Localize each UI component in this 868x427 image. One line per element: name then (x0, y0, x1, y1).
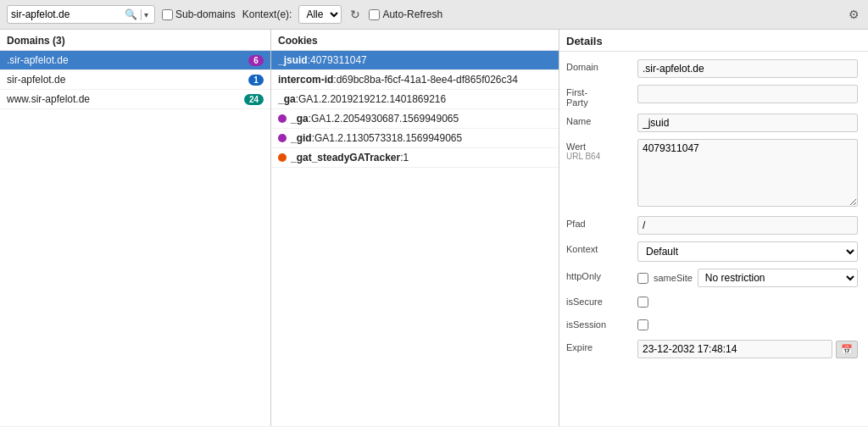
httponly-checkbox[interactable] (637, 273, 648, 284)
toolbar: 🔍 ▾ Sub-domains Kontext(e): Alle ↻ Auto-… (0, 0, 868, 30)
issecure-label: isSecure (566, 291, 634, 310)
domains-header: Domains (3) (0, 30, 270, 51)
search-container: 🔍 ▾ (7, 5, 155, 24)
cookie-name-5: _gat_steadyGATracker:1 (291, 152, 409, 164)
httponly-label: httpOnly (566, 266, 634, 285)
cookie-item-0[interactable]: _jsuid:4079311047 (271, 51, 559, 70)
httponly-samesite-container: sameSite No restriction Lax Strict (634, 266, 861, 290)
subdomains-checkbox-label[interactable]: Sub-domains (162, 8, 236, 20)
cookie-item-5[interactable]: _gat_steadyGATracker:1 (271, 148, 559, 168)
cookies-panel: Cookies _jsuid:4079311047 intercom-id:d6… (271, 30, 559, 426)
domain-item-1[interactable]: sir-apfelot.de 1 (0, 70, 270, 90)
details-header: Details (559, 30, 868, 52)
first-party-input[interactable] (637, 85, 858, 103)
kontext-detail-label: Kontext (566, 239, 634, 258)
expire-label: Expire (566, 337, 634, 356)
domain-badge-1: 1 (248, 75, 264, 86)
cookie-dot-5 (278, 153, 287, 162)
expire-value-container: 📅 (634, 337, 861, 361)
cookie-dot-4 (278, 134, 287, 142)
domain-item-0[interactable]: .sir-apfelot.de 6 (0, 51, 270, 70)
samesite-select[interactable]: No restriction Lax Strict (698, 269, 858, 287)
kontext-detail-select[interactable]: Default (637, 241, 858, 262)
cookie-dot-3 (278, 114, 287, 123)
issession-value-container (634, 314, 861, 336)
cookie-item-4[interactable]: _gid:GA1.2.1130573318.1569949065 (271, 129, 559, 148)
subdomains-checkbox[interactable] (162, 9, 173, 20)
domain-item-2[interactable]: www.sir-apfelot.de 24 (0, 90, 270, 109)
domain-value-container (634, 57, 861, 80)
kontext-detail-value-container: Default (634, 239, 861, 264)
cookie-item-3[interactable]: _ga:GA1.2.2054930687.1569949065 (271, 109, 559, 129)
domain-item-label-1: sir-apfelot.de (7, 74, 248, 86)
wrench-button[interactable]: ⚙ (847, 6, 861, 23)
issession-row (637, 317, 858, 333)
calendar-button[interactable]: 📅 (836, 341, 858, 358)
pfad-label: Pfad (566, 214, 634, 232)
cookie-name-3: _ga:GA1.2.2054930687.1569949065 (291, 113, 459, 125)
auto-refresh-checkbox-label[interactable]: Auto-Refresh (369, 8, 442, 20)
cookie-item-1[interactable]: intercom-id:d69bc8ba-f6cf-41a1-8ee4-df86… (271, 70, 559, 90)
first-party-value-container (634, 82, 861, 109)
auto-refresh-checkbox[interactable] (369, 9, 380, 20)
search-button[interactable]: 🔍 (123, 8, 139, 21)
domain-badge-0: 6 (248, 55, 264, 66)
same-site-row: sameSite No restriction Lax Strict (637, 269, 858, 287)
cookie-name-0: _jsuid:4079311047 (278, 54, 367, 66)
auto-refresh-label: Auto-Refresh (382, 8, 442, 20)
refresh-button[interactable]: ↻ (348, 6, 362, 23)
domain-item-label-2: www.sir-apfelot.de (7, 93, 244, 105)
issession-label: isSession (566, 314, 634, 333)
cookie-item-2[interactable]: _ga:GA1.2.2019219212.1401869216 (271, 90, 559, 109)
name-label: Name (566, 111, 634, 130)
cookie-name-2: _ga:GA1.2.2019219212.1401869216 (278, 93, 446, 105)
cookies-header: Cookies (271, 30, 559, 51)
wert-textarea[interactable]: 4079311047 (637, 139, 858, 207)
name-input[interactable] (637, 114, 858, 132)
kontext-label: Kontext(e): (242, 8, 292, 20)
first-party-label: First-Party (566, 82, 634, 111)
kontext-select[interactable]: Alle (298, 5, 342, 24)
details-panel: Details Domain First-Party Name Wert URL… (559, 30, 868, 426)
issecure-value-container (634, 291, 861, 313)
expire-input[interactable] (637, 340, 832, 358)
domains-panel: Domains (3) .sir-apfelot.de 6 sir-apfelo… (0, 30, 271, 426)
wert-label-text: Wert (566, 141, 586, 152)
issecure-checkbox[interactable] (637, 297, 648, 308)
name-value-container (634, 111, 861, 135)
wert-label-sub: URL B64 (566, 152, 631, 161)
expire-row: 📅 (637, 340, 858, 358)
samesite-label: sameSite (654, 273, 693, 283)
wert-label: Wert URL B64 (566, 136, 634, 164)
details-grid: Domain First-Party Name Wert URL B64 407… (559, 52, 868, 368)
domain-item-label-0: .sir-apfelot.de (7, 54, 248, 66)
cookie-name-4: _gid:GA1.2.1130573318.1569949065 (291, 132, 462, 144)
wert-value-container: 4079311047 (634, 136, 861, 212)
subdomains-label: Sub-domains (175, 8, 236, 20)
pfad-value-container (634, 214, 861, 237)
issecure-row (637, 294, 858, 310)
issession-checkbox[interactable] (637, 319, 648, 330)
search-dropdown-button[interactable]: ▾ (141, 9, 151, 20)
domain-label: Domain (566, 57, 634, 75)
main-layout: Domains (3) .sir-apfelot.de 6 sir-apfelo… (0, 30, 868, 426)
search-input[interactable] (11, 8, 121, 20)
cookie-name-1: intercom-id:d69bc8ba-f6cf-41a1-8ee4-df86… (278, 74, 518, 86)
domain-badge-2: 24 (244, 94, 264, 105)
pfad-input[interactable] (637, 216, 858, 235)
domain-input[interactable] (637, 59, 858, 78)
